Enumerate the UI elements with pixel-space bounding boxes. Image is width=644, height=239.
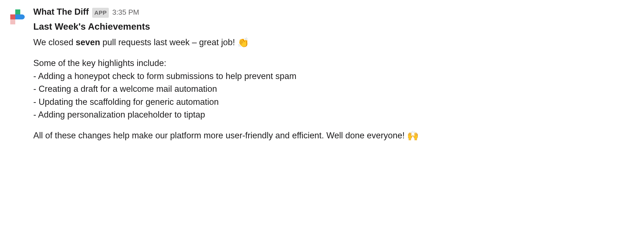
list-item: - Updating the scaffolding for generic a…	[33, 96, 636, 109]
list-item: - Adding a honeypot check to form submis…	[33, 70, 636, 83]
highlights-intro: Some of the key highlights include:	[33, 57, 636, 70]
raised-hands-emoji-icon: 🙌	[407, 130, 419, 141]
svg-rect-0	[10, 14, 15, 19]
closing-line: All of these changes help make our platf…	[33, 129, 636, 143]
app-badge: APP	[92, 8, 109, 18]
summary-count: seven	[76, 37, 100, 47]
highlights-list: - Adding a honeypot check to form submis…	[33, 70, 636, 121]
summary-line: We closed seven pull requests last week …	[33, 35, 636, 50]
app-logo-icon	[8, 7, 28, 27]
list-item: - Adding personalization placeholder to …	[33, 108, 636, 121]
svg-rect-1	[15, 9, 20, 14]
svg-rect-2	[15, 14, 20, 19]
message-content: What The Diff APP 3:35 PM Last Week's Ac…	[33, 6, 636, 143]
message-body: We closed seven pull requests last week …	[33, 35, 636, 143]
summary-suffix: pull requests last week – great job!	[100, 37, 238, 47]
message-header: What The Diff APP 3:35 PM	[33, 6, 636, 19]
app-avatar[interactable]	[8, 7, 28, 27]
timestamp[interactable]: 3:35 PM	[112, 7, 139, 18]
slack-message: What The Diff APP 3:35 PM Last Week's Ac…	[8, 6, 636, 143]
message-title: Last Week's Achievements	[33, 20, 636, 34]
sender-name[interactable]: What The Diff	[33, 6, 89, 19]
svg-rect-4	[10, 19, 15, 24]
list-item: - Creating a draft for a welcome mail au…	[33, 83, 636, 96]
clap-emoji-icon: 👏	[237, 37, 249, 48]
summary-prefix: We closed	[33, 37, 76, 47]
closing-text: All of these changes help make our platf…	[33, 131, 407, 140]
